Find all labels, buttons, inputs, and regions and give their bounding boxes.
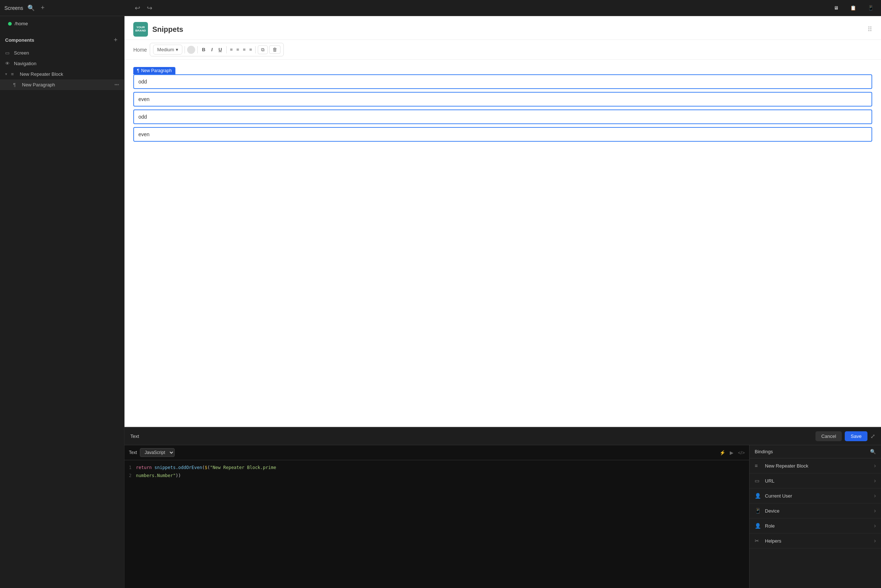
line-num-1: 1	[129, 464, 131, 472]
color-picker[interactable]	[187, 46, 195, 54]
sidebar-item-navigation[interactable]: 👁 Navigation	[0, 58, 124, 69]
sidebar-item-paragraph[interactable]: ¶ New Paragraph •••	[0, 80, 124, 90]
binding-url-chevron	[874, 477, 876, 484]
sidebar-item-repeater[interactable]: ▾ ≡ New Repeater Block	[0, 69, 124, 80]
binding-currentuser-chevron	[874, 492, 876, 499]
breadcrumb: Home	[133, 47, 147, 53]
row-3-text: even	[138, 132, 149, 137]
repeater-icon: ≡	[11, 71, 17, 77]
content-rows: odd even odd even	[125, 74, 881, 142]
editor-toolbar: Home Medium ▾ B I U ≡	[125, 40, 881, 60]
bindings-search-icon[interactable]: 🔍	[870, 449, 876, 454]
toolbar-group: Medium ▾ B I U ≡ ≡ ≡ ≡	[150, 43, 284, 56]
bold-button[interactable]: B	[200, 46, 208, 54]
block-indicator: ¶ New Paragraph	[133, 67, 176, 74]
size-selector[interactable]: Medium ▾	[153, 45, 182, 54]
binding-helpers-left: ✂ Helpers	[755, 538, 781, 544]
italic-button[interactable]: I	[209, 46, 215, 54]
code-icon[interactable]: </>	[738, 450, 745, 456]
binding-device-icon: 📱	[755, 508, 761, 514]
desktop-icon[interactable]: 🖥	[831, 4, 842, 12]
editor-tab-label[interactable]: Text	[129, 450, 137, 455]
bottom-panel-actions: Cancel Save ⤢	[815, 431, 875, 441]
redo-button[interactable]: ↪	[146, 3, 154, 14]
binding-device-label: Device	[765, 508, 780, 514]
block-indicator-label: New Paragraph	[141, 68, 171, 73]
binding-item-device[interactable]: 📱 Device	[750, 503, 881, 518]
code-content[interactable]: return snippets.oddOrEven($("New Repeate…	[136, 464, 749, 584]
screen-label: Screen	[14, 50, 29, 56]
sidebar: /home Components + ▭ Screen 👁 Navigation…	[0, 16, 125, 588]
separator-4	[255, 46, 255, 54]
row-1: even	[133, 92, 872, 106]
screen-icon: ▭	[5, 50, 11, 56]
top-bar-title: Screens	[5, 5, 23, 11]
tablet-icon[interactable]: 📋	[847, 4, 859, 12]
binding-currentuser-icon: 👤	[755, 493, 761, 499]
size-chevron: ▾	[176, 47, 178, 52]
editor-controls: ⚡ ▶ </>	[719, 450, 745, 456]
add-screen-button[interactable]: +	[39, 3, 46, 13]
paragraph-symbol: ¶	[137, 68, 139, 73]
bindings-title: Bindings	[755, 449, 773, 454]
binding-item-currentuser[interactable]: 👤 Current User	[750, 488, 881, 503]
binding-item-helpers[interactable]: ✂ Helpers	[750, 534, 881, 549]
binding-item-role[interactable]: 👤 Role	[750, 518, 881, 534]
search-button[interactable]: 🔍	[26, 3, 36, 13]
block-indicator-wrapper: ¶ New Paragraph	[125, 60, 881, 74]
main-layout: /home Components + ▭ Screen 👁 Navigation…	[0, 16, 881, 588]
components-header: Components +	[0, 31, 124, 48]
size-label: Medium	[157, 47, 174, 52]
lightning-icon[interactable]: ⚡	[719, 450, 725, 456]
sidebar-item-screen[interactable]: ▭ Screen	[0, 48, 124, 58]
align-left-icon[interactable]: ≡	[229, 46, 234, 54]
components-title: Components	[5, 38, 34, 43]
nav-label: Navigation	[14, 61, 36, 66]
bottom-panel-header: Text Cancel Save ⤢	[125, 428, 881, 445]
route-section: /home	[0, 16, 124, 31]
binding-device-chevron	[874, 507, 876, 514]
mobile-icon[interactable]: 📱	[865, 4, 876, 12]
route-dot	[8, 22, 12, 26]
binding-item-url[interactable]: ▭ URL	[750, 473, 881, 488]
code-body: 1 2 return snippets.oddOrEven($("New Rep…	[125, 460, 749, 588]
binding-device-left: 📱 Device	[755, 508, 780, 514]
code-editor: Text JavaScript ⚡ ▶ </> 1 2	[125, 445, 749, 588]
bottom-panel: Text Cancel Save ⤢ Text JavaScript	[125, 427, 881, 588]
binding-helpers-label: Helpers	[765, 538, 781, 544]
cancel-button[interactable]: Cancel	[815, 431, 842, 441]
align-justify-icon[interactable]: ≡	[248, 46, 254, 54]
add-component-button[interactable]: +	[112, 35, 119, 45]
binding-helpers-icon: ✂	[755, 538, 761, 544]
binding-role-icon: 👤	[755, 523, 761, 529]
binding-helpers-chevron	[874, 537, 876, 544]
delete-button[interactable]: 🗑	[269, 45, 281, 54]
binding-url-left: ▭ URL	[755, 478, 774, 484]
align-center-icon[interactable]: ≡	[236, 46, 240, 54]
canvas: YOUR BRAND Snippets ⠿ Home Medium ▾	[125, 16, 881, 427]
top-bar-right: 🖥 📋 📱	[831, 4, 876, 12]
copy-button[interactable]: ⧉	[258, 45, 268, 54]
route-item[interactable]: /home	[5, 19, 119, 28]
separator-1	[185, 46, 185, 54]
save-button[interactable]: Save	[845, 431, 867, 441]
binding-role-label: Role	[765, 523, 775, 529]
row-2-text: odd	[138, 114, 147, 120]
binding-role-chevron	[874, 522, 876, 529]
bottom-panel-title: Text	[131, 434, 139, 439]
binding-currentuser-left: 👤 Current User	[755, 493, 792, 499]
language-selector[interactable]: JavaScript	[140, 448, 175, 457]
underline-button[interactable]: U	[216, 46, 224, 54]
play-icon[interactable]: ▶	[730, 450, 734, 456]
expand-button[interactable]: ⤢	[870, 433, 875, 440]
row-0: odd	[133, 74, 872, 89]
separator-2	[197, 46, 198, 54]
line-num-2: 2	[129, 472, 131, 480]
align-right-icon[interactable]: ≡	[242, 46, 247, 54]
repeater-collapse: ▾	[5, 72, 8, 76]
binding-item-repeater[interactable]: ≡ New Repeater Block	[750, 458, 881, 473]
more-button[interactable]: •••	[114, 82, 119, 87]
line-numbers: 1 2	[125, 464, 136, 584]
undo-button[interactable]: ↩	[133, 3, 142, 14]
code-editor-header: Text JavaScript ⚡ ▶ </>	[125, 445, 749, 460]
